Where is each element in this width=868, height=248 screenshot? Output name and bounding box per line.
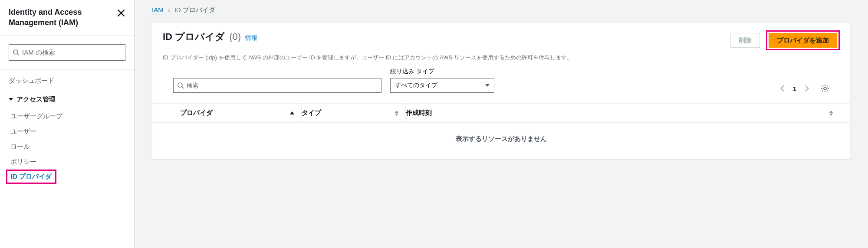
panel-header: ID プロバイダ (0) 情報 削除 プロバイダを追加 ID プロバイダー (I… <box>152 23 850 103</box>
sidebar-header: Identity and Access Management (IAM) <box>0 0 134 35</box>
svg-line-3 <box>182 87 184 88</box>
filter-search[interactable] <box>173 78 381 93</box>
nav-id-providers[interactable]: ID プロバイダ <box>11 173 52 181</box>
nav-group-access[interactable]: アクセス管理 <box>0 88 134 107</box>
panel-actions: 削除 プロバイダを追加 <box>730 30 840 50</box>
sidebar-search-wrap <box>0 36 134 69</box>
sidebar-search-input[interactable] <box>22 49 122 56</box>
close-icon[interactable] <box>117 9 125 17</box>
panel-description: ID プロバイダー (Idp) を使用して AWS の外部のユーザー ID を管… <box>163 54 840 62</box>
breadcrumb-iam[interactable]: IAM <box>152 6 164 14</box>
sort-asc-icon <box>290 111 294 114</box>
svg-line-1 <box>17 54 19 55</box>
filter-search-input[interactable] <box>187 82 378 89</box>
add-provider-button[interactable]: プロバイダを追加 <box>769 33 837 48</box>
pager-prev-icon[interactable] <box>779 85 787 92</box>
caret-down-icon <box>9 98 13 101</box>
th-created-label: 作成時刻 <box>406 109 432 117</box>
pager: 1 <box>779 84 829 93</box>
th-created[interactable]: 作成時刻 <box>406 104 840 122</box>
sort-icon <box>829 111 833 116</box>
sort-icon <box>395 111 398 116</box>
sidebar-title: Identity and Access Management (IAM) <box>9 7 117 28</box>
main: IAM › ID プロバイダ ID プロバイダ (0) 情報 削除 プロバイダを… <box>135 0 868 248</box>
pager-next-icon[interactable] <box>802 85 810 92</box>
nav-policies[interactable]: ポリシー <box>0 154 134 170</box>
empty-state: 表示するリソースがありません <box>152 123 850 159</box>
delete-button[interactable]: 削除 <box>730 33 760 48</box>
nav-user-groups[interactable]: ユーザーグループ <box>0 109 134 124</box>
filter-type-wrap: 絞り込み タイプ すべてのタイプ <box>390 68 494 93</box>
chevron-right-icon: › <box>168 7 170 14</box>
svg-point-2 <box>178 83 182 87</box>
th-type-label: タイプ <box>302 109 321 117</box>
th-checkbox <box>163 104 180 122</box>
filter-type-label: 絞り込み タイプ <box>390 68 494 75</box>
table-header: プロバイダ タイプ 作成時刻 <box>152 103 850 123</box>
highlight-add: プロバイダを追加 <box>766 30 840 50</box>
sidebar-search[interactable] <box>9 44 125 61</box>
th-provider-label: プロバイダ <box>180 109 213 117</box>
filter-type-value: すべてのタイプ <box>395 82 437 89</box>
breadcrumb-current: ID プロバイダ <box>174 6 215 14</box>
sidebar: Identity and Access Management (IAM) ダッシ… <box>0 0 135 248</box>
sidebar-nav: ダッシュボード アクセス管理 ユーザーグループ ユーザー ロール ポリシー ID… <box>0 70 134 189</box>
panel-title: ID プロバイダ <box>163 30 225 43</box>
filter-search-wrap <box>173 78 381 93</box>
breadcrumb: IAM › ID プロバイダ <box>135 0 868 22</box>
panel-top-row: ID プロバイダ (0) 情報 削除 プロバイダを追加 <box>163 30 840 50</box>
pager-page: 1 <box>793 85 796 92</box>
filter-row: 絞り込み タイプ すべてのタイプ 1 <box>163 68 840 100</box>
panel-count: (0) <box>229 31 241 42</box>
filter-type-select[interactable]: すべてのタイプ <box>390 78 494 93</box>
nav-roles[interactable]: ロール <box>0 139 134 154</box>
search-icon <box>13 49 20 56</box>
nav-sublist: ユーザーグループ ユーザー ロール ポリシー ID プロバイダ <box>0 107 134 186</box>
search-icon <box>177 82 184 89</box>
highlight-idp: ID プロバイダ <box>6 170 56 184</box>
th-provider[interactable]: プロバイダ <box>180 104 302 122</box>
svg-point-0 <box>13 50 18 54</box>
nav-users[interactable]: ユーザー <box>0 124 134 139</box>
info-link[interactable]: 情報 <box>245 34 257 42</box>
caret-down-icon <box>485 84 490 87</box>
svg-point-4 <box>824 87 826 90</box>
nav-dashboard[interactable]: ダッシュボード <box>0 73 134 88</box>
nav-group-label: アクセス管理 <box>16 95 56 104</box>
th-type[interactable]: タイプ <box>302 104 406 122</box>
panel-idp: ID プロバイダ (0) 情報 削除 プロバイダを追加 ID プロバイダー (I… <box>152 22 851 159</box>
panel-title-row: ID プロバイダ (0) 情報 <box>163 30 257 43</box>
gear-icon[interactable] <box>821 84 829 93</box>
